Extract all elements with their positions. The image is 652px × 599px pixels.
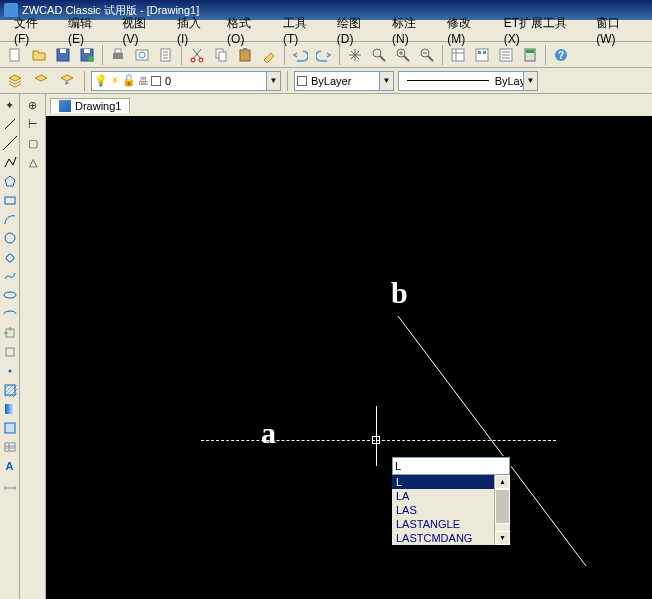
publish-button[interactable] — [155, 44, 177, 66]
ellipse-tool[interactable] — [1, 286, 19, 304]
region-tool[interactable] — [1, 419, 19, 437]
midpoint-icon[interactable]: △ — [24, 153, 42, 171]
scroll-up-icon[interactable]: ▲ — [495, 475, 510, 489]
svg-point-34 — [4, 292, 16, 298]
suggestion-scrollbar[interactable]: ▲ ▼ — [494, 475, 510, 545]
cut-button[interactable] — [186, 44, 208, 66]
copy-button[interactable] — [210, 44, 232, 66]
circle-tool[interactable] — [1, 229, 19, 247]
from-icon[interactable]: ⊢ — [24, 115, 42, 133]
work-area: ✦ A ⊕ ⊢ ▢ △ Drawing1 — [0, 94, 652, 599]
xline-tool[interactable] — [1, 134, 19, 152]
calculator-button[interactable] — [519, 44, 541, 66]
make-block-tool[interactable] — [1, 343, 19, 361]
color-combo[interactable]: ByLayer ▼ — [294, 71, 394, 91]
insert-block-tool[interactable] — [1, 324, 19, 342]
dimension-tool[interactable] — [1, 476, 19, 494]
saveas-button[interactable] — [76, 44, 98, 66]
help-button[interactable]: ? — [550, 44, 572, 66]
open-button[interactable] — [28, 44, 50, 66]
menu-format[interactable]: 格式(O) — [219, 15, 275, 46]
dropdown-arrow-icon[interactable]: ▼ — [523, 72, 537, 90]
menu-draw[interactable]: 绘图(D) — [329, 15, 384, 46]
menu-dim[interactable]: 标注(N) — [384, 15, 439, 46]
polygon-tool[interactable] — [1, 172, 19, 190]
zoom-previous-button[interactable] — [416, 44, 438, 66]
table-tool[interactable] — [1, 438, 19, 456]
drawing-canvas[interactable]: a b L LA LAS LASTANGLE LASTCMDANG — [46, 116, 652, 599]
plot-preview-button[interactable] — [131, 44, 153, 66]
svg-point-33 — [5, 233, 15, 243]
pline-tool[interactable] — [1, 153, 19, 171]
layers-toolbar: 💡 ☀ 🔓 🖶 0 ▼ ByLayer ▼ ByLayer ▼ — [0, 68, 652, 94]
menu-et[interactable]: ET扩展工具(X) — [496, 15, 588, 46]
svg-rect-15 — [240, 50, 250, 61]
command-option[interactable]: L — [392, 475, 494, 489]
osnap-icon[interactable]: ✦ — [1, 96, 19, 114]
svg-rect-7 — [115, 49, 121, 53]
draw-toolbar-2: ⊕ ⊢ ▢ △ — [20, 94, 46, 599]
dropdown-arrow-icon[interactable]: ▼ — [266, 72, 280, 90]
layer-states-button[interactable] — [30, 70, 52, 92]
new-button[interactable] — [4, 44, 26, 66]
hatch-tool[interactable] — [1, 381, 19, 399]
document-tab[interactable]: Drawing1 — [50, 98, 130, 113]
menu-window[interactable]: 窗口(W) — [588, 15, 646, 46]
revcloud-tool[interactable] — [1, 248, 19, 266]
gradient-tool[interactable] — [1, 400, 19, 418]
paste-button[interactable] — [234, 44, 256, 66]
scroll-thumb[interactable] — [495, 489, 510, 524]
svg-rect-16 — [243, 48, 247, 51]
zoom-realtime-button[interactable] — [368, 44, 390, 66]
arc-tool[interactable] — [1, 210, 19, 228]
endpoint-icon[interactable]: ▢ — [24, 134, 42, 152]
menu-modify[interactable]: 修改(M) — [439, 15, 495, 46]
match-prop-button[interactable] — [258, 44, 280, 66]
svg-rect-4 — [84, 49, 90, 53]
pan-button[interactable] — [344, 44, 366, 66]
lightbulb-icon: 💡 — [94, 74, 108, 87]
undo-button[interactable] — [289, 44, 311, 66]
line-tool[interactable] — [1, 115, 19, 133]
save-button[interactable] — [52, 44, 74, 66]
redo-button[interactable] — [313, 44, 335, 66]
menu-tools[interactable]: 工具(T) — [275, 15, 329, 46]
layer-combo[interactable]: 💡 ☀ 🔓 🖶 0 ▼ — [91, 71, 281, 91]
command-option[interactable]: LAS — [392, 503, 494, 517]
drawing-file-icon — [59, 100, 71, 112]
scroll-down-icon[interactable]: ▼ — [495, 531, 510, 545]
svg-line-29 — [5, 119, 15, 129]
command-input[interactable] — [392, 457, 510, 475]
zoom-window-button[interactable] — [392, 44, 414, 66]
command-option[interactable]: LASTCMDANG — [392, 531, 494, 545]
svg-rect-20 — [452, 49, 464, 61]
rectangle-tool[interactable] — [1, 191, 19, 209]
point-tool[interactable] — [1, 362, 19, 380]
separator — [339, 45, 340, 65]
mtext-tool[interactable]: A — [1, 457, 19, 475]
command-option[interactable]: LASTANGLE — [392, 517, 494, 531]
print-button[interactable] — [107, 44, 129, 66]
command-option[interactable]: LA — [392, 489, 494, 503]
menu-file[interactable]: 文件(F) — [6, 15, 60, 46]
dropdown-arrow-icon[interactable]: ▼ — [379, 72, 393, 90]
svg-rect-2 — [60, 49, 66, 53]
design-center-button[interactable] — [471, 44, 493, 66]
tool-palettes-button[interactable] — [495, 44, 517, 66]
menu-insert[interactable]: 插入(I) — [169, 15, 219, 46]
menu-view[interactable]: 视图(V) — [114, 15, 169, 46]
layer-previous-button[interactable] — [56, 70, 78, 92]
layer-props-button[interactable] — [4, 70, 26, 92]
linetype-combo[interactable]: ByLayer ▼ — [398, 71, 538, 91]
properties-button[interactable] — [447, 44, 469, 66]
menu-edit[interactable]: 编辑(E) — [60, 15, 115, 46]
svg-point-17 — [373, 49, 381, 57]
svg-rect-23 — [483, 51, 486, 54]
spline-tool[interactable] — [1, 267, 19, 285]
svg-marker-31 — [5, 176, 15, 186]
tracking-icon[interactable]: ⊕ — [24, 96, 42, 114]
ellipse-arc-tool[interactable] — [1, 305, 19, 323]
document-tabs: Drawing1 — [46, 94, 652, 116]
standard-toolbar: ? — [0, 42, 652, 68]
svg-rect-22 — [478, 51, 481, 54]
